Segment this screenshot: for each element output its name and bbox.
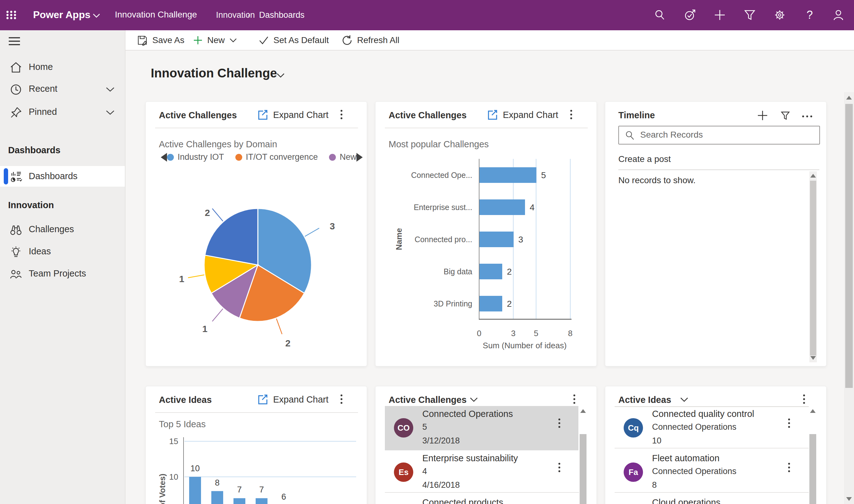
refresh-all-button[interactable]: Refresh All [341,30,399,50]
help-icon[interactable]: ? [803,8,817,22]
list-item[interactable]: CqConnected quality controlConnected Ope… [605,406,808,450]
new-button[interactable]: New [193,30,237,50]
search-icon[interactable] [653,8,667,22]
card-more-options-icon[interactable] [803,398,805,400]
bar[interactable] [479,232,514,247]
list-item-detail: Connected Operations [652,467,736,476]
avatar: Fa [624,463,643,482]
pie-data-label: 2 [205,208,210,218]
pie-slice[interactable] [205,209,258,265]
bar[interactable] [479,167,537,183]
list-scrollbar[interactable] [809,406,817,504]
category-label: Big data [444,267,472,276]
view-selector-chevron-icon[interactable] [469,397,479,403]
timeline-more-options-icon[interactable] [806,115,808,118]
bar[interactable] [211,491,223,504]
breadcrumb-separator: › [247,9,250,19]
set-as-default-label: Set As Default [273,35,329,45]
save-as-button[interactable]: Save As [137,30,184,50]
dashboards-icon [10,170,22,183]
list-item-more-options-icon[interactable] [558,467,560,468]
timeline-filter-icon[interactable] [780,110,790,121]
scrollbar-thumb[interactable] [845,104,853,388]
chevron-down-icon[interactable] [106,110,115,115]
bar[interactable] [479,296,502,311]
y-tick-label: 15 [169,437,178,446]
sidebar-item-pinned[interactable]: Pinned [0,102,125,123]
scroll-up-icon[interactable] [810,174,816,178]
pie-data-label: 2 [285,338,290,348]
scroll-up-icon[interactable] [846,96,852,100]
timeline-scrollbar[interactable] [809,171,817,362]
avatar: Es [394,463,413,482]
card-more-options-icon[interactable] [573,398,575,400]
list-item-detail: 10 [652,436,661,446]
sidebar-item-team-projects[interactable]: Team Projects [0,264,125,285]
bar[interactable] [189,477,201,504]
timeline-search-input[interactable] [640,128,816,141]
list-item-more-options-icon[interactable] [558,422,560,424]
divider [618,169,819,170]
scrollbar-thumb[interactable] [810,181,816,356]
list-item-more-options-icon[interactable] [788,422,790,424]
sidebar-item-ideas[interactable]: Ideas [0,241,125,263]
scrollbar-thumb[interactable] [809,434,816,504]
sidebar-item-label: Team Projects [29,268,86,279]
list-scrollbar[interactable] [579,406,587,504]
add-icon[interactable] [713,8,727,22]
chevron-down-icon[interactable] [106,87,115,92]
set-as-default-button[interactable]: Set As Default [259,30,329,50]
scroll-down-icon[interactable] [810,356,816,360]
bar[interactable] [256,498,267,504]
waffle-menu-icon[interactable] [4,8,18,22]
binoculars-icon [10,223,22,237]
sidebar-section-dashboards: Dashboards [8,145,60,156]
bar[interactable] [479,199,525,215]
list-item[interactable]: EsEnterprise sustainability44/16/2018 [375,450,579,494]
account-icon[interactable] [832,8,845,22]
list-item-detail: Connected Operations [652,422,736,432]
card-active-challenges-list: Active Challenges COConnected Operations… [375,386,597,504]
filter-icon[interactable] [743,8,757,22]
scroll-up-icon[interactable] [810,409,816,413]
bar[interactable] [233,498,245,504]
category-label: 3D Printing [433,299,472,308]
page-title-chevron-icon[interactable] [276,72,285,79]
bar[interactable] [479,264,502,279]
app-name[interactable]: Power Apps [33,9,90,21]
bar-value-label: 8 [215,478,219,487]
card-title[interactable]: Active Ideas [618,395,671,405]
y-axis-title: Sum (Number of Votes) [158,474,167,504]
settings-gear-icon[interactable] [773,8,787,22]
run-check-icon[interactable] [683,8,697,22]
list-item[interactable]: CoCloud operations [605,494,808,504]
app-chevron-down-icon[interactable] [92,13,101,18]
sidebar-item-recent[interactable]: Recent [0,79,125,100]
x-axis-title: Sum (Number of ideas) [483,341,567,350]
bar-value-label: 5 [541,170,546,180]
scrollbar-thumb[interactable] [580,434,587,504]
view-selector-chevron-icon[interactable] [679,397,689,403]
hamburger-menu-icon[interactable] [8,36,21,47]
page-title[interactable]: Innovation Challenge [151,66,277,80]
list-item-more-options-icon[interactable] [788,467,790,468]
list-item[interactable]: CpConnected products [375,494,579,504]
timeline-add-icon[interactable] [757,110,768,121]
sidebar-item-dashboards[interactable]: Dashboards [0,166,125,187]
command-bar: Save As New Set As Default Refresh All [125,30,854,51]
sidebar-item-home[interactable]: Home [0,57,125,78]
list-item-detail: 5 [422,422,427,432]
card-title[interactable]: Active Challenges [389,395,467,405]
environment-name[interactable]: Innovation Challenge [115,10,197,20]
list-item-detail: 3/12/2018 [422,436,460,446]
sidebar-item-challenges[interactable]: Challenges [0,219,125,240]
list-item[interactable]: COConnected Operations53/12/2018 [375,406,579,450]
svg-text:?: ? [806,8,813,21]
breadcrumb-current[interactable]: Dashboards [259,10,305,20]
list-item[interactable]: FaFleet automationConnected Operations8 [605,450,808,494]
page-scrollbar[interactable] [844,92,854,504]
pie-data-label: 3 [330,221,335,231]
scroll-down-icon[interactable] [846,497,852,501]
card-active-ideas-chart: Active Ideas Expand Chart Top 5 Ideas 15… [145,386,367,504]
scroll-up-icon[interactable] [580,409,586,413]
